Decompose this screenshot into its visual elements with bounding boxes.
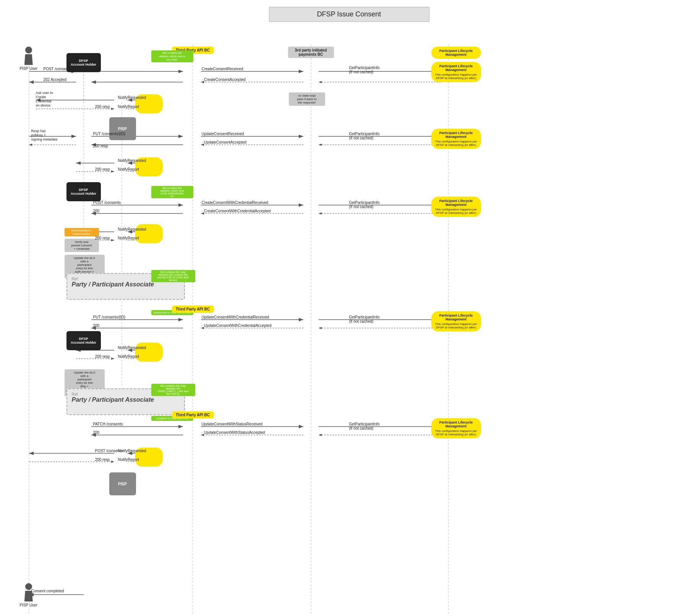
label-200-4: 200: [93, 323, 100, 328]
label-notify-req-4: NotifyRequested: [118, 346, 146, 350]
label-200-resp-4: 200 resp: [95, 354, 110, 359]
label-update-status-received: UpdateConsentWithStatusReceived: [202, 422, 263, 426]
plm-title-2: Participant Lifecycle Management: [434, 131, 478, 139]
dfsp-account-holder-1: DFSP Account Holder: [66, 53, 101, 72]
label-notify-rep-2: NotifyReport: [118, 167, 139, 171]
participant-lifecycle-box-2: Participant Lifecycle Management This co…: [431, 129, 481, 149]
label-notify-report-1: NotifyReport: [118, 105, 139, 109]
plm-desc-5: This configuration happens per DFSP at o…: [434, 429, 478, 436]
plm-title-1: Participant Lifecycle Management: [434, 64, 478, 72]
label-get-participant-4: GetParticipantInfo (If not cached): [349, 315, 380, 323]
pisp-box-bottom: PISP: [109, 472, 136, 495]
participant-lifecycle-box-3: Participant Lifecycle Management This co…: [431, 197, 481, 217]
label-200-resp-2: 200 resp: [95, 167, 110, 171]
consent-completed-label: Consent completed: [31, 589, 81, 593]
dfsp-account-holder-2: DFSP Account Holder: [66, 182, 101, 201]
auth-auth-label: Authentication / Authorization: [65, 228, 99, 236]
pisp-user-bottom: PISP User: [20, 583, 38, 607]
label-post-consents-5: POST /consents: [95, 449, 123, 453]
label-create-consent-cred-received: CreateConsentWithCredentialReceived: [202, 200, 269, 205]
participant-lifecycle-box-5: Participant Lifecycle Management This co…: [431, 418, 481, 438]
label-create-consent-accepted: -CreateConsentAccepted: [202, 78, 246, 82]
third-party-api-bc-header-3: Third Party API BC: [172, 411, 214, 419]
green-label-address-2: this contains the address, which now is …: [151, 186, 193, 198]
label-notify-rep-5: NotifyReport: [118, 458, 139, 462]
ref-title-2: Party / Participant Associate: [72, 396, 180, 403]
label-notify-rep-4: NotifyReport: [118, 354, 139, 359]
pisp-box: PISP: [109, 117, 136, 140]
plm-desc-4: This configuration happens per DFSP at o…: [434, 322, 478, 329]
label-put-consents-2: PUT /consents/{ID}: [93, 315, 126, 319]
label-get-participant-5: GetParticipantInfo (If not cached): [349, 422, 380, 430]
label-202: 202 Accepted: [44, 78, 67, 82]
label-patch-consents: PATCH /consents: [93, 422, 123, 426]
no-state-box: no state kept pass it back to the reques…: [289, 92, 325, 106]
label-200-resp-3: 200 resp: [95, 236, 110, 240]
label-post-consents-2: POST /consents: [93, 200, 121, 205]
label-200-3: 200: [93, 209, 100, 213]
label-update-cred-accepted: -UpdateConsentWithCredentialAccepted: [202, 323, 272, 328]
page-title-bar: DFSP Issue Consent: [269, 7, 429, 22]
label-ask-user: Ask user to Create Credential on device: [36, 91, 74, 107]
plm-title-3: Participant Lifecycle Management: [434, 199, 478, 207]
label-notify-req-2: NotifyRequested: [118, 158, 146, 163]
label-update-consent-received: UpdateConsentReceived: [202, 132, 244, 136]
dfsp-account-holder-3: DFSP Account Holder: [66, 331, 101, 350]
label-200-2: 200 resp: [93, 144, 108, 148]
label-create-consent-received: CreateConsentReceived: [202, 67, 243, 71]
green-label-address-pisp: this contains the address, which now is …: [151, 50, 193, 62]
label-resp-pubkey: Resp has pubKey + signing metadata: [31, 129, 73, 141]
plm-title-4: Participant Lifecycle Management: [434, 314, 478, 321]
label-notify-rep-3: NotifyReport: [118, 236, 139, 240]
label-get-participant-3: GetParticipantInfo (If not cached): [349, 200, 380, 209]
green-label-map-1: this contains the map between the consen…: [151, 270, 195, 282]
plm-desc-2: This configuration happens per DFSP at o…: [434, 140, 478, 147]
label-200-5: 200: [93, 430, 100, 435]
label-create-consent-cred-accepted: -CreateConsentWithCredentialAccepted: [202, 209, 271, 213]
plm-title-5: Participant Lifecycle Management: [434, 420, 478, 428]
verify-persist-box: Verify and persist consent + credential: [65, 239, 99, 252]
third-party-payments-bc-header: 3rd party initiated payments BC: [288, 47, 334, 58]
label-notify-req-3: NotifyRequested: [118, 227, 146, 231]
label-200-resp-5: 200 resp: [95, 458, 110, 462]
label-put-consents-1: PUT /consents/{ID}: [93, 132, 126, 136]
label-get-participant-2: GetParticipantInfo (If not cached): [349, 132, 380, 140]
label-update-status-accepted: -UpdateConsentWithStatusAccepted: [202, 430, 265, 435]
third-party-api-bc-header-2: Third Party API BC: [172, 306, 214, 313]
label-update-cred-received: UpdateConsentWithCredentialReceived: [202, 315, 269, 319]
participant-lifecycle-box-1: Participant Lifecycle Management This co…: [431, 62, 481, 82]
participant-lifecycle-header: Participant Lifecycle Management: [431, 47, 481, 59]
green-label-map-2: this contains the map between the THIRD_…: [151, 384, 195, 396]
page-title: DFSP Issue Consent: [317, 10, 381, 18]
label-notify-requested-1: NotifyRequested: [118, 95, 146, 100]
plm-desc-3: This configuration happens per DFSP at o…: [434, 208, 478, 215]
plm-desc-1: This configuration happens per DFSP at o…: [434, 73, 478, 80]
pisp-user-top: PISP User: [20, 47, 38, 71]
label-200-resp-1: 200 resp: [95, 105, 110, 109]
label-post-consents-1: POST /consents: [44, 67, 71, 71]
participant-lifecycle-box-4: Participant Lifecycle Management This co…: [431, 311, 481, 331]
label-update-consent-accepted: -UpdateConsentAccepted: [202, 140, 247, 144]
label-get-participant-1: GetParticipantInfo (If not cached): [349, 66, 380, 74]
